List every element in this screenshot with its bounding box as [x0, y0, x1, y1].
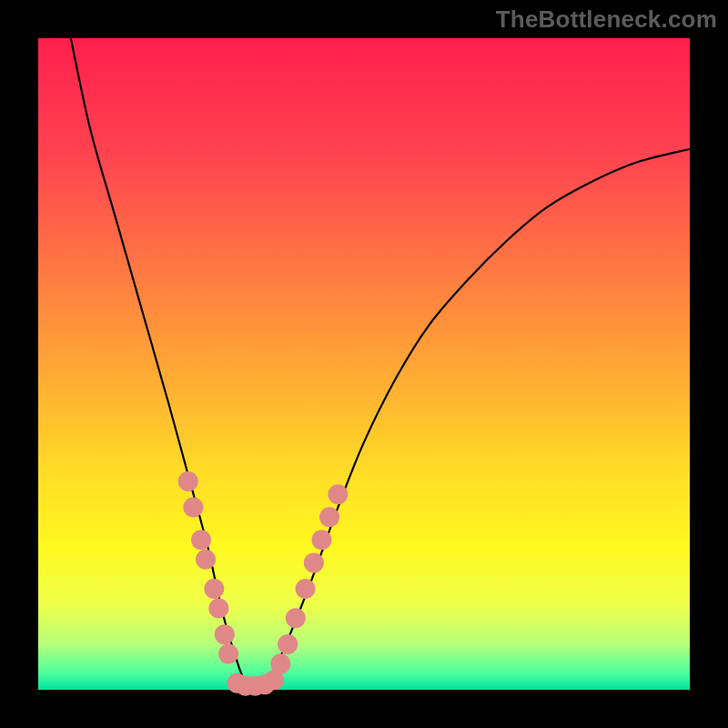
highlight-dot — [218, 644, 238, 664]
highlight-dot — [215, 624, 235, 644]
highlight-dot — [183, 498, 203, 518]
highlight-dot — [311, 530, 331, 550]
highlight-dot — [196, 550, 216, 570]
highlight-dot — [178, 471, 198, 491]
watermark-text: TheBottleneck.com — [496, 5, 717, 34]
highlight-dot — [191, 530, 211, 550]
highlight-dot — [204, 579, 224, 599]
highlight-dot — [304, 552, 324, 572]
plot-background — [38, 38, 690, 690]
highlight-dot — [319, 507, 339, 527]
highlight-dot — [278, 634, 298, 654]
bottleneck-chart — [0, 0, 728, 728]
highlight-dot — [270, 653, 290, 673]
highlight-dot — [208, 599, 228, 619]
highlight-dot — [328, 484, 348, 504]
highlight-dot — [286, 608, 306, 628]
highlight-dot — [296, 579, 316, 599]
